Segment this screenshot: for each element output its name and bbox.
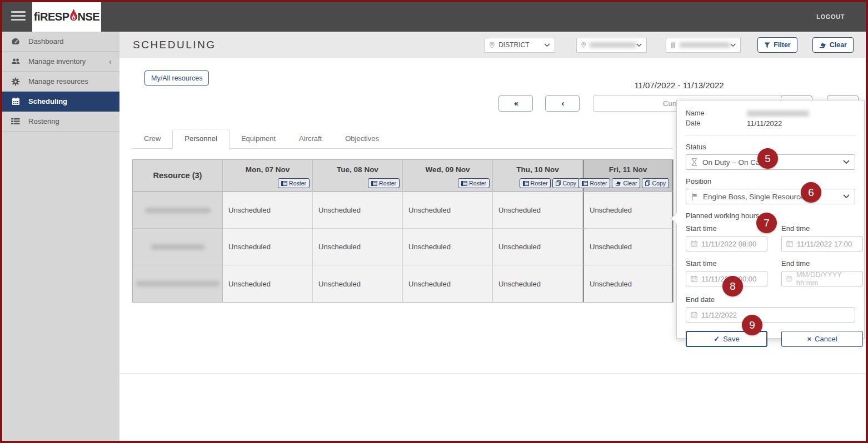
funnel-icon [764,42,770,48]
district-value: DISTRICT [498,41,529,49]
schedule-table: Resource (3) Mon, 07 Nov Roster Tue, 08 … [132,159,674,303]
popup-divider [685,135,856,135]
roster-button[interactable]: Roster [278,178,310,188]
logout-button[interactable]: LOGOUT [816,13,845,20]
roster-button[interactable]: Roster [458,178,490,188]
annotation-badge-5: 5 [757,148,778,169]
sidebar-item-scheduling[interactable]: Scheduling [2,92,119,112]
week-range-label: 11/07/2022 - 11/13/2022 [562,80,796,90]
start-time-label: Start time [686,224,767,233]
schedule-cell[interactable]: Unscheduled [223,192,313,228]
list-icon [11,118,21,125]
status-value: On Duty – On Call [702,158,764,167]
tab-aircraft[interactable]: Aircraft [287,129,333,148]
roster-button[interactable]: Roster [520,178,551,188]
schedule-cell[interactable]: Unscheduled [403,228,493,265]
annotation-badge-7: 7 [756,213,777,233]
dashboard-icon [11,37,21,46]
redacted-resource-name [151,244,204,250]
tab-equipment[interactable]: Equipment [230,129,287,148]
schedule-cell[interactable]: Unscheduled [313,192,403,228]
schedule-cell[interactable]: Unscheduled [493,192,583,228]
district-dropdown[interactable]: DISTRICT [485,38,555,53]
shift1-start-value: 11/11/2022 08:00 [701,240,756,248]
chevron-down-icon [843,194,850,199]
schedule-cell-selected[interactable]: Unscheduled [583,192,673,228]
end-date-input[interactable]: 11/12/2022 [686,307,855,323]
schedule-cell[interactable]: Unscheduled [313,265,403,302]
annotation-badge-8: 8 [722,276,743,296]
cancel-button[interactable]: × Cancel [781,331,863,347]
clear-button-label: Clear [830,41,847,49]
brand-logo: fiRESP NSE [32,2,101,32]
shift2-end-input[interactable]: MM/DD/YYYY hh:mm [781,271,863,286]
save-button-label: Save [723,335,740,343]
close-icon: × [807,335,811,343]
chevron-down-icon [730,43,736,47]
eraser-icon [615,181,621,186]
sidebar-item-rostering[interactable]: Rostering [2,112,119,132]
calendar-icon [786,240,793,247]
tab-objectives[interactable]: Objectives [333,129,391,148]
copy-button[interactable]: Copy [552,178,580,188]
roster-icon [461,181,467,186]
shift1-end-input[interactable]: 11/11/2022 17:00 [781,236,863,251]
sidebar-item-manage-inventory[interactable]: Manage inventory ‹ [2,52,119,72]
day-header-thu: Thu, 10 Nov Roster Copy [493,160,583,192]
shift2-end-placeholder: MM/DD/YYYY hh:mm [796,270,858,287]
tab-personnel[interactable]: Personnel [172,129,230,149]
page-title: SCHEDULING [133,39,216,51]
tab-bar: Crew Personnel Equipment Aircraft Object… [132,129,672,149]
redacted-name-value [747,110,809,117]
schedule-cell-selected[interactable]: Unscheduled [583,228,673,265]
shift1-start-input[interactable]: 11/11/2022 08:00 [686,236,767,251]
name-label: Name [686,109,747,117]
day-header-tue: Tue, 08 Nov Roster [313,160,403,192]
roster-icon [523,181,529,186]
clear-day-button[interactable]: Clear [612,178,640,188]
day-header-mon: Mon, 07 Nov Roster [223,160,313,192]
schedule-cell-selected[interactable]: Unscheduled [583,265,673,302]
roster-button[interactable]: Roster [578,178,610,188]
schedule-cell[interactable]: Unscheduled [493,265,583,302]
sidebar-item-manage-resources[interactable]: Manage resources [2,72,119,92]
schedule-cell[interactable]: Unscheduled [403,192,493,228]
clear-button[interactable]: Clear [812,37,854,53]
page-header: SCHEDULING DISTRICT [119,32,866,58]
schedule-cell[interactable]: Unscheduled [223,265,313,302]
end-time-label: End time [781,259,863,268]
my-all-resources-button[interactable]: My/All resources [144,71,209,85]
flag-icon [691,193,698,200]
schedule-cell[interactable]: Unscheduled [313,228,403,265]
eraser-icon [819,42,826,48]
position-value: Engine Boss, Single Resource [703,193,804,201]
end-date-value: 11/12/2022 [701,311,737,319]
location-pin-icon [581,42,586,48]
filter-button[interactable]: Filter [757,37,797,53]
annotation-badge-6: 6 [801,182,821,203]
top-bar: fiRESP NSE LOGOUT [2,2,866,32]
sidebar-item-label: Scheduling [28,97,67,105]
redacted-county-value [680,42,730,48]
prev-week-fast-button[interactable]: ‹‹ [498,95,533,112]
redacted-region-value [590,42,636,48]
schedule-cell[interactable]: Unscheduled [493,228,583,265]
collapse-caret-icon[interactable]: ‹ [109,57,112,66]
users-icon [11,57,21,66]
brand-text-right: NSE [78,11,100,23]
tab-crew[interactable]: Crew [132,129,172,148]
shift1-end-value: 11/11/2022 17:00 [797,240,852,248]
calendar-icon [691,275,697,282]
copy-button[interactable]: Copy [642,178,669,188]
sidebar-item-dashboard[interactable]: Dashboard [2,32,119,52]
schedule-cell[interactable]: Unscheduled [223,228,313,265]
sidebar-item-label: Rostering [28,117,59,125]
roster-button[interactable]: Roster [368,178,400,188]
region-dropdown[interactable] [576,38,647,53]
prev-week-button[interactable]: ‹ [545,95,580,112]
county-dropdown[interactable] [666,38,741,53]
position-dropdown[interactable]: Engine Boss, Single Resource [686,189,855,204]
hamburger-menu-icon[interactable] [11,11,28,23]
resource-name-cell [133,265,223,302]
schedule-cell[interactable]: Unscheduled [403,265,493,302]
